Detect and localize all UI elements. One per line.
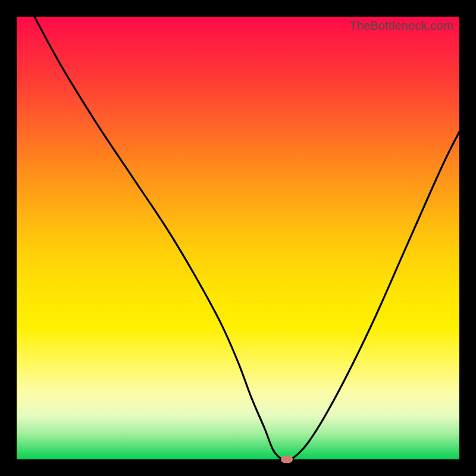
chart-frame: TheBottleneck.com [0,0,476,476]
bottleneck-curve [17,17,459,459]
optimum-marker [281,456,293,463]
curve-path [35,17,459,459]
plot-area: TheBottleneck.com [17,17,459,459]
